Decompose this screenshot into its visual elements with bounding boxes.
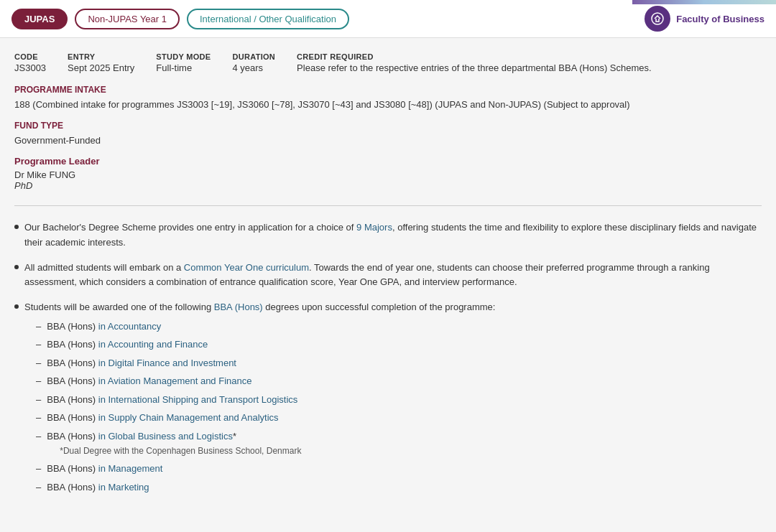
sub-bullet: – bbox=[36, 429, 41, 444]
bullet-text: Our Bachelor's Degree Scheme provides on… bbox=[24, 220, 762, 251]
faculty-label: Faculty of Business bbox=[676, 14, 765, 24]
entry-value: Sept 2025 Entry bbox=[68, 62, 134, 73]
study-mode-value: Full-time bbox=[156, 62, 211, 73]
code-label: CODE bbox=[14, 52, 46, 61]
sub-bullet: – bbox=[36, 462, 41, 476]
entry-label: ENTRY bbox=[68, 52, 134, 61]
list-item: – BBA (Hons) in Accountancy bbox=[36, 319, 495, 334]
list-item: – BBA (Hons) in Digital Finance and Inve… bbox=[36, 356, 495, 370]
svg-point-0 bbox=[652, 13, 663, 24]
duration-value: 4 years bbox=[232, 62, 275, 73]
bullet-dot bbox=[14, 265, 19, 269]
section-divider bbox=[14, 205, 762, 206]
code-value: JS3003 bbox=[14, 62, 46, 73]
study-mode-col: STUDY MODE Full-time bbox=[156, 52, 211, 73]
degree-item: BBA (Hons) in International Shipping and… bbox=[47, 393, 297, 407]
degree-item-with-note: BBA (Hons) in Global Business and Logist… bbox=[47, 429, 301, 458]
faculty-icon bbox=[645, 6, 670, 32]
sub-bullet: – bbox=[36, 480, 41, 495]
list-item: – BBA (Hons) in Management bbox=[36, 462, 495, 476]
entry-col: ENTRY Sept 2025 Entry bbox=[68, 52, 134, 73]
degree-item: BBA (Hons) in Marketing bbox=[47, 480, 149, 495]
credit-label: CREDIT REQUIRED bbox=[297, 52, 762, 61]
degree-item: BBA (Hons) in Accountancy bbox=[47, 319, 161, 334]
top-navigation: JUPAS Non-JUPAS Year 1 International / O… bbox=[0, 0, 776, 38]
study-mode-label: STUDY MODE bbox=[156, 52, 211, 61]
duration-col: DURATION 4 years bbox=[232, 52, 275, 73]
bullet-dot bbox=[14, 225, 19, 229]
list-item: – BBA (Hons) in Global Business and Logi… bbox=[36, 429, 495, 458]
international-tab[interactable]: International / Other Qualification bbox=[187, 9, 349, 29]
fund-type-value: Government-Funded bbox=[14, 134, 762, 148]
duration-label: DURATION bbox=[232, 52, 275, 61]
programme-leader-name: Dr Mike FUNG bbox=[14, 169, 762, 180]
list-item: – BBA (Hons) in Accounting and Finance bbox=[36, 337, 495, 352]
degree-item: BBA (Hons) in Supply Chain Management an… bbox=[47, 411, 278, 425]
sub-bullet: – bbox=[36, 411, 41, 425]
programme-intake-value: 188 (Combined intake for programmes JS30… bbox=[14, 98, 762, 112]
dual-degree-note: *Dual Degree with the Copenhagen Busines… bbox=[60, 444, 301, 457]
list-item: Students will be awarded one of the foll… bbox=[14, 300, 762, 498]
sub-bullet: – bbox=[36, 319, 41, 334]
sub-bullet: – bbox=[36, 337, 41, 352]
bullet-text-with-sub: Students will be awarded one of the foll… bbox=[24, 300, 495, 498]
nav-gradient-bar bbox=[632, 0, 776, 4]
code-col: CODE JS3003 bbox=[14, 52, 46, 73]
list-item: – BBA (Hons) in Marketing bbox=[36, 480, 495, 495]
sub-bullet: – bbox=[36, 356, 41, 370]
programme-info-grid: CODE JS3003 ENTRY Sept 2025 Entry STUDY … bbox=[14, 52, 762, 73]
programme-leader-degree: PhD bbox=[14, 180, 762, 191]
programme-leader-label: Programme Leader bbox=[14, 156, 762, 167]
programme-intake-section: PROGRAMME INTAKE 188 (Combined intake fo… bbox=[14, 85, 762, 112]
list-item: – BBA (Hons) in International Shipping a… bbox=[36, 393, 495, 407]
list-item: – BBA (Hons) in Aviation Management and … bbox=[36, 374, 495, 388]
non-jupas-tab[interactable]: Non-JUPAS Year 1 bbox=[75, 9, 180, 29]
faculty-area: Faculty of Business bbox=[645, 6, 765, 32]
list-item: All admitted students will embark on a C… bbox=[14, 261, 762, 291]
credit-col: CREDIT REQUIRED Please refer to the resp… bbox=[297, 52, 762, 73]
sub-bullet: – bbox=[36, 393, 41, 407]
fund-type-section: FUND TYPE Government-Funded bbox=[14, 121, 762, 148]
degree-item: BBA (Hons) in Aviation Management and Fi… bbox=[47, 374, 251, 388]
fund-type-label: FUND TYPE bbox=[14, 121, 762, 131]
sub-bullet: – bbox=[36, 374, 41, 388]
bullet-dot bbox=[14, 304, 19, 309]
programme-leader-section: Programme Leader Dr Mike FUNG PhD bbox=[14, 156, 762, 191]
degree-item: BBA (Hons) in Accounting and Finance bbox=[47, 337, 208, 352]
degrees-sub-list: – BBA (Hons) in Accountancy – BBA (Hons)… bbox=[36, 319, 495, 495]
degree-item: BBA (Hons) in Management bbox=[47, 462, 162, 476]
bullet-text: All admitted students will embark on a C… bbox=[24, 261, 762, 291]
jupas-tab[interactable]: JUPAS bbox=[11, 9, 68, 29]
programme-intake-label: PROGRAMME INTAKE bbox=[14, 85, 762, 95]
credit-value: Please refer to the respective entries o… bbox=[297, 62, 762, 73]
list-item: – BBA (Hons) in Supply Chain Management … bbox=[36, 411, 495, 425]
degree-item: BBA (Hons) in Digital Finance and Invest… bbox=[47, 356, 236, 370]
list-item: Our Bachelor's Degree Scheme provides on… bbox=[14, 220, 762, 251]
main-content: CODE JS3003 ENTRY Sept 2025 Entry STUDY … bbox=[0, 38, 776, 530]
description-list: Our Bachelor's Degree Scheme provides on… bbox=[14, 220, 762, 498]
